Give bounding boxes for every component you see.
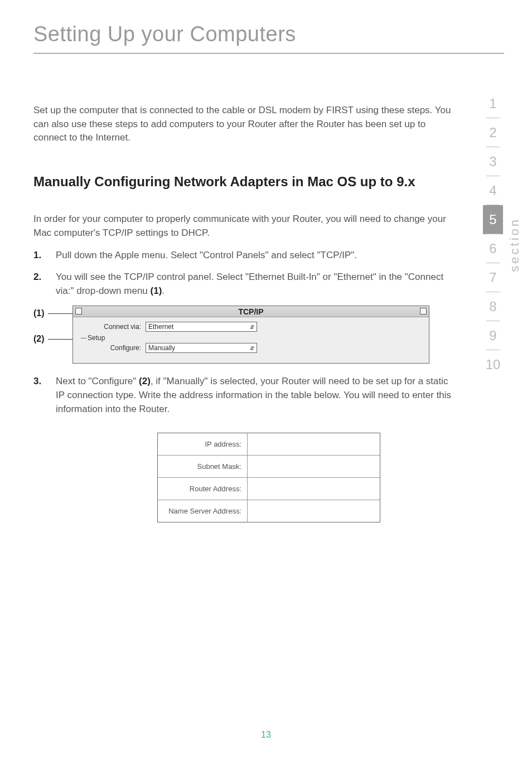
dropdown-arrows-icon: ⇵: [250, 345, 254, 351]
nav-section-9[interactable]: 9: [483, 321, 503, 350]
ip-address-label: IP address:: [158, 433, 247, 455]
name-server-value: [247, 500, 380, 522]
callout-ref-1: (1): [151, 285, 162, 296]
nav-section-5[interactable]: 5: [483, 205, 503, 234]
page-number: 13: [261, 730, 271, 740]
callout-ref-2: (2): [139, 376, 151, 386]
table-row: Router Address:: [158, 478, 380, 500]
callout-line: [48, 313, 72, 314]
nav-section-4[interactable]: 4: [483, 176, 503, 205]
router-address-label: Router Address:: [158, 478, 247, 500]
subnet-mask-value: [247, 456, 380, 477]
nav-section-1[interactable]: 1: [483, 89, 503, 118]
tcpip-window: TCP/IP Connect via: Ethernet ⇵ Setup Con…: [72, 306, 429, 364]
intro-paragraph: Set up the computer that is connected to…: [33, 104, 457, 145]
callout-1: (1): [33, 308, 45, 318]
table-row: Subnet Mask:: [158, 456, 380, 478]
connect-via-select[interactable]: Ethernet ⇵: [146, 322, 257, 332]
step-2-tail: .: [162, 285, 165, 296]
name-server-label: Name Server Address:: [158, 500, 247, 522]
ip-address-table: IP address: Subnet Mask: Router Address:…: [157, 433, 380, 522]
step-1: Pull down the Apple menu. Select "Contro…: [33, 249, 457, 263]
callout-line: [48, 339, 72, 340]
nav-section-10[interactable]: 10: [483, 350, 503, 379]
configure-value: Manually: [148, 344, 175, 352]
section-label: section: [507, 217, 522, 272]
nav-section-8[interactable]: 8: [483, 292, 503, 321]
connect-via-label: Connect via:: [80, 323, 141, 331]
close-box-icon[interactable]: [75, 308, 82, 314]
nav-section-7[interactable]: 7: [483, 263, 503, 292]
nav-section-3[interactable]: 3: [483, 147, 503, 176]
chapter-title: Setting Up your Computers: [33, 22, 504, 54]
setup-group-label: Setup: [88, 334, 422, 342]
tcpip-title: TCP/IP: [238, 307, 263, 316]
step-2-text: You will see the TCP/IP control panel. S…: [56, 272, 443, 296]
dropdown-arrows-icon: ⇵: [250, 324, 254, 330]
router-address-value: [247, 478, 380, 500]
callout-2: (2): [33, 334, 45, 344]
ip-address-value: [247, 433, 380, 455]
subnet-mask-label: Subnet Mask:: [158, 456, 247, 477]
configure-select[interactable]: Manually ⇵: [146, 343, 257, 353]
tcpip-figure: (1) (2) TCP/IP Connect via: Ethernet ⇵ S…: [33, 306, 504, 364]
paragraph: In order for your computer to properly c…: [33, 212, 457, 240]
table-row: Name Server Address:: [158, 500, 380, 522]
tcpip-titlebar: TCP/IP: [73, 306, 429, 317]
step-2: You will see the TCP/IP control panel. S…: [33, 270, 457, 298]
nav-section-6[interactable]: 6: [483, 234, 503, 263]
step-3: Next to "Configure" (2), if "Manually" i…: [33, 375, 457, 416]
nav-section-2[interactable]: 2: [483, 118, 503, 147]
step-3-text-a: Next to "Configure": [56, 376, 139, 386]
configure-label: Configure:: [80, 344, 141, 352]
table-row: IP address:: [158, 433, 380, 456]
side-navigation: 12345678910 section: [482, 89, 522, 379]
connect-via-value: Ethernet: [148, 323, 173, 331]
zoom-box-icon[interactable]: [420, 308, 427, 314]
section-heading: Manually Configuring Network Adapters in…: [33, 173, 424, 190]
